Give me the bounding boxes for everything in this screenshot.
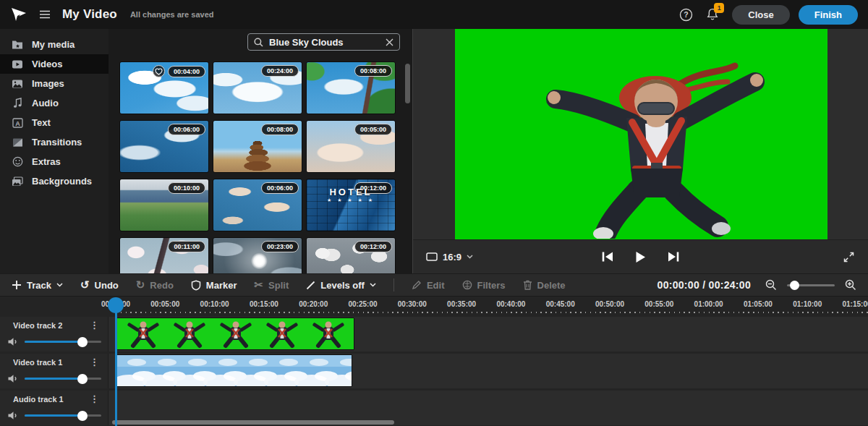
timeline-scrollbar[interactable]	[112, 420, 394, 425]
video-thumbnail[interactable]: 00:23:00	[213, 237, 302, 273]
video-thumbnail[interactable]: 00:11:00	[119, 237, 209, 273]
toolbar-split-button[interactable]: ✂Split	[255, 280, 289, 291]
levels-icon	[306, 281, 315, 290]
speaker-icon[interactable]	[7, 337, 19, 346]
ruler-timestamp: 00:40:00	[496, 300, 525, 308]
volume-knob[interactable]	[77, 337, 88, 347]
sidebar-item-audio[interactable]: Audio	[0, 93, 109, 113]
sidebar-item-images[interactable]: Images	[0, 74, 109, 93]
video-thumbnail[interactable]: 00:24:00	[213, 61, 302, 114]
app-logo-icon[interactable]	[10, 6, 27, 23]
toolbar-undo-button[interactable]: ↺Undo	[80, 280, 119, 291]
help-icon[interactable]: ?	[679, 8, 693, 22]
sidebar-item-backgrounds[interactable]: Backgrounds	[0, 171, 109, 191]
edit-icon	[412, 280, 422, 290]
toolbar-button-label: Filters	[477, 280, 506, 291]
toolbar-marker-button[interactable]: Marker	[191, 280, 237, 291]
marker-icon	[191, 280, 201, 291]
ruler-timestamp: 00:45:00	[546, 300, 575, 308]
media-scrollbar[interactable]	[405, 64, 410, 103]
track-name: Video track 1	[13, 358, 62, 367]
sidebar-item-text[interactable]: AText	[0, 113, 109, 132]
search-input[interactable]	[268, 36, 381, 48]
duration-badge: 00:12:00	[354, 241, 392, 252]
app-window: My Video All changes are saved ? 1 Close…	[0, 0, 868, 426]
notification-badge: 1	[714, 3, 724, 13]
favorite-heart-icon[interactable]	[153, 65, 165, 77]
close-button[interactable]: Close	[732, 5, 789, 25]
sidebar-item-transitions[interactable]: Transitions	[0, 132, 109, 152]
my-media-icon	[12, 40, 23, 50]
timeline-zoom-slider[interactable]	[787, 284, 835, 286]
backgrounds-icon	[12, 176, 23, 187]
toolbar-button-label: Edit	[427, 280, 445, 291]
preview-green-screen[interactable]	[455, 29, 827, 239]
video-thumbnail[interactable]: 00:12:00HOTEL★ ★ ★ ★ ★	[306, 179, 396, 231]
duration-badge: 00:10:00	[168, 182, 205, 194]
chevron-down-icon	[56, 283, 63, 287]
notifications-button[interactable]: 1	[706, 7, 719, 22]
toolbar-filters-button[interactable]: Filters	[462, 280, 506, 291]
video-thumbnail[interactable]: 00:10:00	[119, 179, 209, 231]
volume-knob[interactable]	[77, 374, 88, 384]
blue-sky-clouds-clip[interactable]	[116, 354, 352, 387]
toolbar-button-label: Split	[268, 280, 289, 291]
sidebar-item-my-media[interactable]: My media	[0, 35, 109, 54]
volume-slider[interactable]	[25, 378, 101, 380]
timeline-track-row: Video track 2⋮	[0, 317, 868, 352]
toolbar-delete-button[interactable]: Delete	[523, 280, 566, 291]
redo-icon: ↻	[136, 280, 145, 290]
hotel-sign: HOTEL★ ★ ★ ★ ★	[307, 187, 395, 203]
track-lane[interactable]	[109, 317, 868, 352]
green-screen-skydiver-clip[interactable]	[116, 318, 354, 350]
media-panel: 00:04:0000:24:0000:08:0000:06:0000:08:00…	[109, 29, 412, 273]
video-thumbnail[interactable]: 00:04:00	[119, 61, 209, 114]
zoom-in-icon[interactable]	[845, 279, 856, 291]
audio-icon	[12, 98, 23, 108]
track-options-button[interactable]: ⋮	[90, 357, 99, 367]
filters-icon	[462, 280, 472, 290]
clear-search-icon[interactable]	[386, 38, 393, 46]
volume-slider[interactable]	[25, 341, 101, 343]
video-thumbnail[interactable]: 00:12:00	[306, 237, 396, 273]
toolbar-redo-button[interactable]: ↻Redo	[136, 280, 174, 291]
extras-icon	[12, 156, 23, 167]
sidebar-item-label: Images	[32, 78, 64, 89]
save-status-text: All changes are saved	[130, 10, 214, 19]
toolbar-button-label: Track	[27, 280, 51, 291]
video-thumbnail[interactable]: 00:05:00	[306, 120, 396, 173]
toolbar-levels-off-button[interactable]: Levels off	[306, 280, 376, 291]
speaker-icon[interactable]	[7, 411, 19, 420]
fullscreen-button[interactable]	[843, 251, 855, 263]
speaker-icon[interactable]	[7, 374, 19, 383]
duration-badge: 00:08:00	[354, 65, 392, 77]
skip-back-button[interactable]	[601, 251, 613, 263]
sidebar: My mediaVideosImagesAudioATextTransition…	[0, 29, 109, 273]
playhead-handle[interactable]	[108, 297, 124, 313]
svg-text:A: A	[15, 119, 20, 127]
toolbar-edit-button[interactable]: Edit	[412, 280, 445, 291]
toolbar-track-button[interactable]: Track	[12, 280, 63, 291]
ruler-timestamp: 01:10:00	[793, 300, 822, 308]
menu-icon[interactable]	[39, 9, 51, 20]
sidebar-item-extras[interactable]: Extras	[0, 152, 109, 171]
ruler-timestamp: 00:50:00	[595, 300, 624, 308]
track-options-button[interactable]: ⋮	[90, 393, 99, 404]
project-title[interactable]: My Video	[62, 7, 117, 22]
volume-knob[interactable]	[77, 411, 88, 421]
play-button[interactable]	[635, 251, 646, 263]
volume-slider[interactable]	[25, 414, 101, 417]
video-thumbnail[interactable]: 00:08:00	[306, 61, 396, 114]
track-options-button[interactable]: ⋮	[90, 320, 99, 331]
video-thumbnail[interactable]: 00:08:00	[213, 120, 302, 173]
skip-forward-button[interactable]	[668, 251, 680, 263]
video-thumbnail[interactable]: 00:06:00	[119, 120, 209, 173]
sidebar-item-videos[interactable]: Videos	[0, 54, 109, 74]
zoom-out-icon[interactable]	[765, 279, 777, 291]
finish-button[interactable]: Finish	[799, 5, 858, 25]
track-lane[interactable]	[109, 354, 868, 388]
zoom-slider-knob[interactable]	[790, 281, 799, 290]
search-box[interactable]	[247, 33, 400, 51]
video-thumbnail[interactable]: 00:06:00	[213, 179, 302, 231]
timeline-ruler[interactable]: 00:00:0000:05:0000:10:0000:15:0000:20:00…	[0, 297, 868, 317]
